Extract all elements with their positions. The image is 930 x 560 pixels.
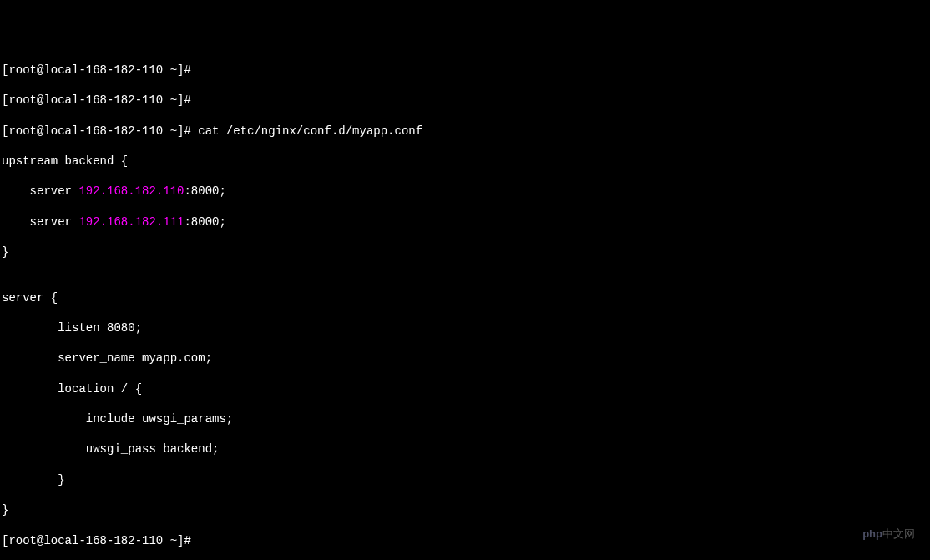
config-line: server {	[2, 290, 928, 305]
config-line: listen 8080;	[2, 320, 928, 335]
config-line: upstream backend {	[2, 154, 928, 169]
config-line: location / {	[2, 381, 928, 396]
terminal-line: [root@local-168-182-110 ~]#	[2, 533, 928, 548]
config-line: uwsgi_pass backend;	[2, 441, 928, 457]
config-line: server 192.168.182.111:8000;	[2, 214, 928, 230]
terminal-line: [root@local-168-182-110 ~]#	[2, 93, 928, 108]
config-line: }	[2, 502, 928, 517]
command: cat /etc/nginx/conf.d/myapp.conf	[198, 124, 422, 138]
watermark: php中文网	[862, 527, 915, 542]
config-line: server_name myapp.com;	[2, 351, 928, 366]
ip-address: 192.168.182.110	[78, 184, 184, 198]
terminal-line: [root@local-168-182-110 ~]# cat /etc/ngi…	[2, 124, 928, 139]
prompt: [root@local-168-182-110 ~]#	[2, 124, 198, 138]
config-line: }	[2, 245, 928, 260]
config-line: }	[2, 472, 928, 487]
config-line: include uwsgi_params;	[2, 411, 928, 426]
terminal-line: [root@local-168-182-110 ~]#	[2, 63, 928, 78]
config-line: server 192.168.182.110:8000;	[2, 184, 928, 199]
ip-address: 192.168.182.111	[78, 215, 184, 229]
